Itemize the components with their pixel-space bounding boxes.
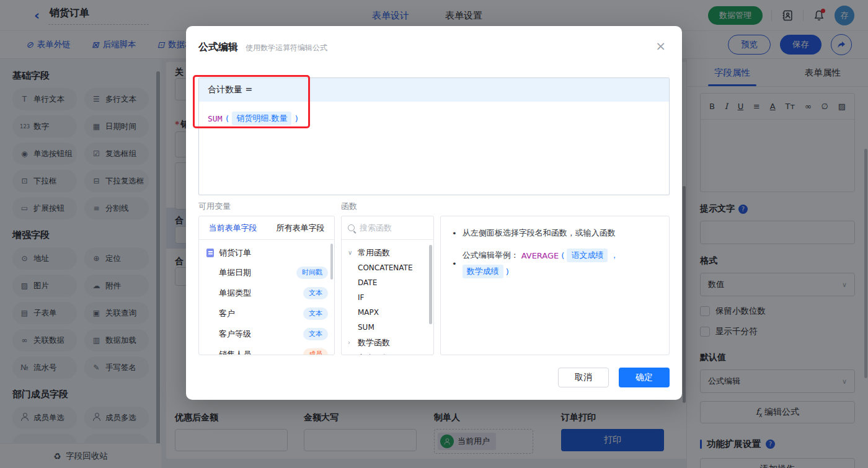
bullet: •	[452, 259, 457, 268]
close-icon[interactable]: ×	[655, 40, 666, 52]
tab-all-form-fields[interactable]: 所有表单字段	[267, 216, 334, 239]
example-token: 语文成绩	[567, 249, 608, 262]
function-group-数学函数[interactable]: ›数学函数	[348, 335, 433, 350]
function-group-label: 数学函数	[358, 337, 390, 348]
cancel-button[interactable]: 取消	[558, 368, 609, 387]
formula-target: 合计数量 =	[199, 78, 669, 102]
formula-editor-modal: 公式编辑 使用数学运算符编辑公式 × 合计数量 = SUM( 销货明细.数量 )…	[186, 26, 682, 400]
variable-name: 单据日期	[219, 267, 251, 278]
variable-row[interactable]: 单据类型文本	[199, 283, 334, 303]
modal-subtitle: 使用数学运算符编辑公式	[246, 43, 327, 53]
help-example: 公式编辑举例： AVERAGE( 语文成绩 ， 数学成绩 )	[463, 249, 658, 278]
function-group-常用函数[interactable]: ∨常用函数	[348, 245, 433, 260]
functions-panel: ∨常用函数CONCATENATEDATEIFMAPXSUM›数学函数›文本函数	[341, 216, 434, 355]
variable-name: 单据类型	[219, 288, 251, 299]
function-group-label: 文本函数	[358, 353, 390, 356]
variables-root-form[interactable]: 销货订单	[199, 244, 334, 262]
function-item-MAPX[interactable]: MAPX	[348, 305, 433, 320]
form-doc-icon	[206, 249, 214, 257]
formula-help-panel: • 从左侧面板选择字段名和函数，或输入函数 • 公式编辑举例： AVERAGE(…	[440, 216, 670, 355]
bullet: •	[452, 229, 457, 238]
expander-icon: ›	[348, 339, 354, 346]
variable-row[interactable]: 单据日期时间戳	[199, 262, 334, 283]
variable-type-badge: 文本	[303, 328, 328, 340]
formula-expression[interactable]: SUM( 销货明细.数量 )	[199, 102, 669, 135]
modal-title: 公式编辑	[198, 41, 238, 54]
variable-type-badge: 文本	[303, 287, 328, 299]
variables-scrollbar[interactable]	[330, 244, 333, 280]
formula-editor[interactable]: 合计数量 = SUM( 销货明细.数量 )	[198, 77, 670, 195]
variable-row[interactable]: 客户等级文本	[199, 324, 334, 344]
function-search-input[interactable]	[360, 223, 422, 232]
variable-row[interactable]: 客户文本	[199, 303, 334, 324]
help-tip: 从左侧面板选择字段名和函数，或输入函数	[463, 227, 616, 239]
function-item-CONCATENATE[interactable]: CONCATENATE	[348, 260, 433, 275]
formula-field-token[interactable]: 销货明细.数量	[232, 112, 291, 125]
variable-type-badge: 时间戳	[296, 267, 328, 279]
example-token: 数学成绩	[463, 265, 503, 278]
variable-type-badge: 成员	[303, 348, 328, 356]
variable-type-badge: 文本	[303, 307, 328, 320]
tab-current-form-fields[interactable]: 当前表单字段	[199, 216, 267, 239]
variables-label: 可用变量	[198, 201, 231, 212]
variable-name: 客户等级	[219, 329, 251, 340]
function-item-SUM[interactable]: SUM	[348, 320, 433, 335]
confirm-button[interactable]: 确定	[619, 368, 670, 387]
function-group-label: 常用函数	[358, 247, 390, 258]
expander-icon: ∨	[348, 249, 354, 256]
function-search[interactable]	[342, 216, 433, 240]
functions-label: 函数	[341, 201, 357, 212]
formula-function: SUM	[208, 114, 222, 123]
function-group-文本函数[interactable]: ›文本函数	[348, 350, 433, 355]
variable-name: 客户	[219, 308, 235, 319]
expander-icon: ›	[348, 355, 354, 355]
functions-scrollbar[interactable]	[429, 245, 432, 324]
variable-row[interactable]: 销售人员成员	[199, 344, 334, 355]
search-icon	[348, 224, 355, 231]
function-item-DATE[interactable]: DATE	[348, 275, 433, 290]
function-item-IF[interactable]: IF	[348, 290, 433, 305]
variables-panel: 当前表单字段 所有表单字段 销货订单 单据日期时间戳单据类型文本客户文本客户等级…	[198, 216, 335, 355]
variable-name: 销售人员	[219, 349, 251, 356]
